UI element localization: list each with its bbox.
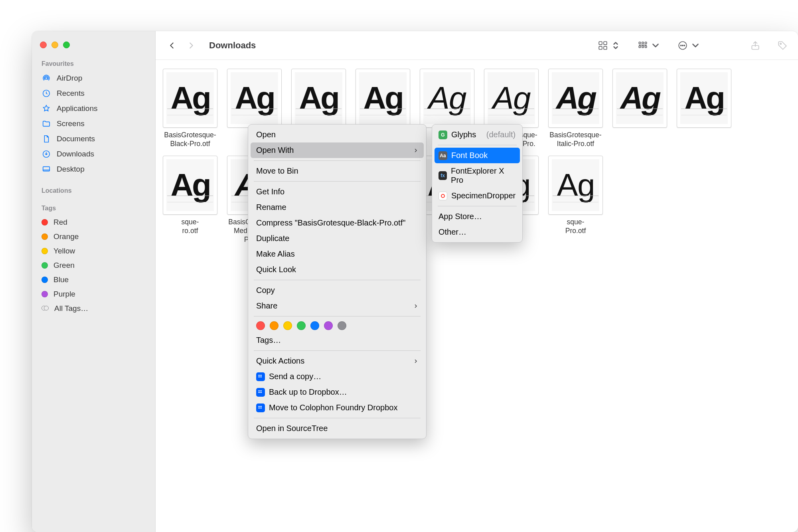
menu-item-copy[interactable]: Copy <box>251 283 424 298</box>
sidebar-item-recents[interactable]: Recents <box>39 86 148 101</box>
submenu-item-appstore[interactable]: App Store… <box>435 209 520 224</box>
menu-separator <box>254 160 421 161</box>
minimize-button[interactable] <box>51 42 58 48</box>
submenu-item-glyphs[interactable]: G Glyphs (default) <box>435 127 520 142</box>
svg-rect-12 <box>642 46 644 47</box>
menu-item-get-info[interactable]: Get Info <box>251 184 424 200</box>
menu-item-rename[interactable]: Rename <box>251 200 424 215</box>
blue-tag-icon <box>41 277 48 283</box>
sidebar-item-label: Applications <box>57 104 97 113</box>
tag-color-yellow[interactable] <box>283 321 292 330</box>
menu-item-open[interactable]: Open <box>251 127 424 142</box>
file-item[interactable]: AgBasisGrotesque-Black-Pro.otf <box>163 69 217 148</box>
sidebar-item-label: Documents <box>57 134 95 143</box>
menu-item-share[interactable]: Share <box>251 298 424 314</box>
sidebar-tag-blue[interactable]: Blue <box>39 273 148 287</box>
applications-icon <box>41 104 51 113</box>
locations-header: Locations <box>39 187 148 194</box>
tag-color-blue[interactable] <box>310 321 319 330</box>
sidebar-tag-purple[interactable]: Purple <box>39 287 148 301</box>
sidebar-tag-green[interactable]: Green <box>39 258 148 273</box>
sidebar-item-desktop[interactable]: Desktop <box>39 162 148 177</box>
dropbox-icon <box>256 372 265 381</box>
sidebar-item-airdrop[interactable]: AirDrop <box>39 71 148 86</box>
submenu-arrow-icon <box>413 146 418 155</box>
tags-header: Tags <box>39 205 148 212</box>
dropbox-icon <box>256 403 265 412</box>
toolbar: Downloads <box>156 31 798 60</box>
font-thumbnail-icon: Ag <box>612 69 667 128</box>
sidebar-tag-orange[interactable]: Orange <box>39 229 148 244</box>
file-name: BasisGrotesque-Black-Pro.otf <box>164 131 216 148</box>
sidebar-tag-red[interactable]: Red <box>39 215 148 229</box>
menu-item-make-alias[interactable]: Make Alias <box>251 246 424 262</box>
tag-color-purple[interactable] <box>324 321 333 330</box>
sidebar-tag-yellow[interactable]: Yellow <box>39 244 148 258</box>
submenu-arrow-icon <box>413 301 418 310</box>
toolbar-actions <box>598 40 788 51</box>
close-button[interactable] <box>40 42 47 48</box>
dropbox-icon <box>256 388 265 397</box>
file-item[interactable]: Agsque-Pro.otf <box>548 156 603 244</box>
menu-item-move-dropbox[interactable]: Move to Colophon Foundry Dropbox <box>251 400 424 415</box>
tag-color-orange[interactable] <box>270 321 279 330</box>
folder-icon <box>41 119 51 129</box>
sidebar-item-documents[interactable]: Documents <box>39 131 148 146</box>
fullscreen-button[interactable] <box>63 42 70 48</box>
submenu-item-fontexplorer[interactable]: fx FontExplorer X Pro <box>435 163 520 188</box>
svg-rect-6 <box>599 46 602 49</box>
submenu-item-specimen[interactable]: SpecimenDropper <box>435 188 520 204</box>
tag-label: Red <box>53 218 67 227</box>
tags-button[interactable] <box>777 40 788 51</box>
page-title: Downloads <box>209 40 256 51</box>
submenu-item-other[interactable]: Other… <box>435 224 520 240</box>
file-item[interactable]: Ag <box>612 69 667 148</box>
menu-item-open-with[interactable]: Open With <box>251 142 424 158</box>
menu-item-tags[interactable]: Tags… <box>251 332 424 348</box>
orange-tag-icon <box>41 233 48 240</box>
purple-tag-icon <box>41 291 48 297</box>
view-mode-button[interactable] <box>598 40 621 51</box>
menu-item-compress[interactable]: Compress "BasisGrotesque-Black-Pro.otf" <box>251 215 424 231</box>
file-item[interactable]: Agsque-ro.otf <box>163 156 217 244</box>
tag-label: Yellow <box>53 247 75 255</box>
context-menu: Open Open With Move to Bin Get Info Rena… <box>248 124 427 439</box>
tag-color-green[interactable] <box>297 321 306 330</box>
tag-color-grey[interactable] <box>338 321 346 330</box>
svg-point-0 <box>45 77 47 79</box>
group-by-button[interactable] <box>638 40 661 51</box>
sidebar-item-downloads[interactable]: Downloads <box>39 146 148 162</box>
file-name: sque-Pro.otf <box>565 218 586 235</box>
menu-item-quick-look[interactable]: Quick Look <box>251 262 424 277</box>
menu-item-open-sourcetree[interactable]: Open in SourceTree <box>251 421 424 436</box>
menu-item-quick-actions[interactable]: Quick Actions <box>251 353 424 369</box>
sidebar: Favourites AirDrop Recents Applications … <box>32 31 156 532</box>
share-button[interactable] <box>750 40 760 51</box>
all-tags-label: All Tags… <box>54 304 88 313</box>
action-menu-button[interactable] <box>678 40 701 51</box>
font-thumbnail-icon: Ag <box>677 69 731 128</box>
svg-point-18 <box>684 45 685 45</box>
menu-item-backup-dropbox[interactable]: Back up to Dropbox… <box>251 384 424 400</box>
svg-rect-9 <box>642 42 644 44</box>
menu-separator <box>254 418 421 418</box>
clock-icon <box>41 89 51 98</box>
forward-button[interactable] <box>185 40 197 51</box>
menu-item-move-to-bin[interactable]: Move to Bin <box>251 163 424 179</box>
file-item[interactable]: Ag <box>677 69 731 148</box>
svg-point-17 <box>682 45 683 45</box>
tag-color-red[interactable] <box>256 321 265 330</box>
red-tag-icon <box>41 219 48 225</box>
sidebar-item-label: Desktop <box>57 165 85 174</box>
sidebar-all-tags[interactable]: All Tags… <box>39 301 148 316</box>
menu-item-send-copy[interactable]: Send a copy… <box>251 369 424 384</box>
document-icon <box>41 134 51 144</box>
sidebar-item-label: Screens <box>57 119 85 128</box>
file-item[interactable]: AgBasisGrotesque-Italic-Pro.otf <box>548 69 603 148</box>
menu-item-duplicate[interactable]: Duplicate <box>251 231 424 246</box>
back-button[interactable] <box>166 40 178 51</box>
chevron-down-icon <box>690 40 701 51</box>
submenu-item-fontbook[interactable]: Aa Font Book <box>435 148 520 163</box>
sidebar-item-applications[interactable]: Applications <box>39 101 148 116</box>
sidebar-item-screens[interactable]: Screens <box>39 116 148 131</box>
